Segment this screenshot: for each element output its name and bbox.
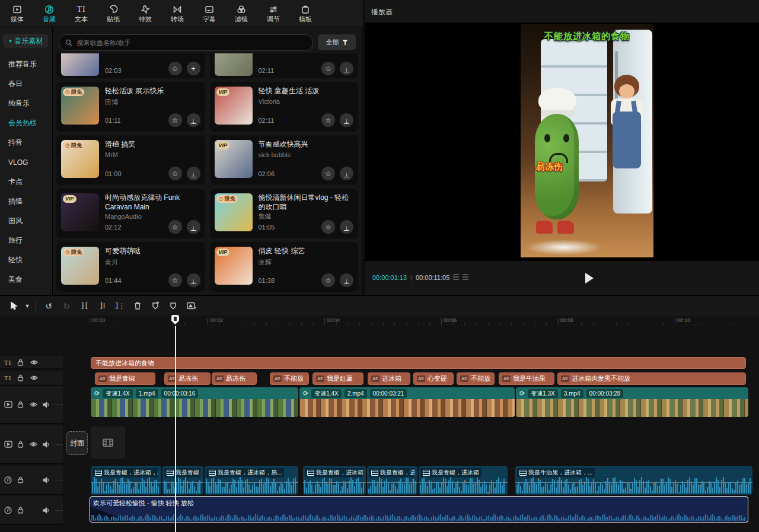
download-icon[interactable]: ↓ <box>187 273 200 287</box>
sidebar-category-item[interactable]: 会员热榜 <box>0 113 52 133</box>
timeline-ruler[interactable]: 00:00 00:02 00:04 00:06 00:08 00:10 <box>0 316 759 326</box>
music-thumbnail: 限免 <box>61 247 99 285</box>
favorite-star-icon[interactable]: ☆ <box>168 273 182 287</box>
tab-filters[interactable]: 滤镜 <box>225 2 257 26</box>
video-preview-area[interactable]: 不能放进冰箱的食物 易冻伤 <box>365 23 759 261</box>
sidebar-category-item[interactable]: 旅行 <box>0 231 52 250</box>
music-card-partial[interactable]: 02:11 ☆ ↓ <box>210 53 359 78</box>
mask-icon[interactable] <box>164 299 182 313</box>
favorite-star-icon[interactable]: ☆ <box>168 62 182 75</box>
favorite-star-icon[interactable]: ☆ <box>168 113 182 127</box>
tab-audio-label: 音频 <box>43 16 56 23</box>
player-header: 播放器 <box>365 0 759 23</box>
linked-text-icon <box>371 470 378 476</box>
voice-audio-clip[interactable]: 我是牛油果，进冰箱，... <box>515 466 752 495</box>
linked-text-icon <box>167 470 174 476</box>
voice-audio-clip[interactable]: 我是青椒，进冰箱 <box>162 466 203 495</box>
music-filter-button[interactable]: 全部 <box>318 34 356 50</box>
playhead-line[interactable] <box>175 326 176 532</box>
download-icon[interactable]: ↓ <box>187 220 200 234</box>
music-card[interactable]: 限免 轻松活泼 展示快乐 田博 01:11 ☆ ↓ <box>56 82 205 132</box>
tab-effects[interactable]: 特效 <box>129 2 161 26</box>
music-card[interactable]: VIP 节奏感欢快高兴 sick bubble 02:06 ☆ ↓ <box>210 135 359 185</box>
voice-audio-clip[interactable]: 我是青椒，进冰箱 <box>367 466 417 495</box>
music-card[interactable]: 限免 可爱萌萌哒 黄川 01:44 ☆ ↓ <box>56 242 205 292</box>
sidebar-item-music-root[interactable]: ▼ 音乐素材 <box>3 34 48 48</box>
sidebar-category-item[interactable]: 抖音 <box>0 133 52 152</box>
favorite-star-icon[interactable]: ☆ <box>321 220 335 234</box>
download-icon[interactable]: ↓ <box>340 113 353 127</box>
smart-cutout-icon[interactable] <box>182 299 200 313</box>
music-artist: 田博 <box>105 98 200 107</box>
favorite-star-icon[interactable]: ☆ <box>168 167 182 180</box>
voice-audio-clip[interactable]: 我是青椒，进冰箱，易 <box>303 466 366 495</box>
favorite-star-icon[interactable]: ☆ <box>168 220 182 234</box>
favorite-star-icon[interactable]: ☆ <box>321 113 335 127</box>
voice-audio-clip[interactable]: 我是青椒，进冰箱 <box>419 466 508 495</box>
music-card-bottom: 01:44 ☆ ↓ <box>105 273 200 287</box>
music-card-bottom: 01:05 ☆ ↓ <box>259 220 354 234</box>
tab-transition-label: 转场 <box>171 16 184 23</box>
sidebar-category-item[interactable]: 春日 <box>0 74 52 94</box>
tab-text[interactable]: TI 文本 <box>65 2 97 26</box>
favorite-star-icon[interactable]: ☆ <box>321 167 335 180</box>
freeze-frame-icon[interactable] <box>146 299 164 313</box>
download-icon[interactable]: ↓ <box>187 167 200 180</box>
music-card[interactable]: VIP 轻快 童趣生活 活泼 Victoria 02:11 ☆ ↓ <box>210 82 359 132</box>
tab-media-label: 媒体 <box>11 16 24 23</box>
music-thumbnail <box>61 53 99 76</box>
tab-sticker[interactable]: 贴纸 <box>97 2 129 26</box>
tab-transition[interactable]: 转场 <box>161 2 193 26</box>
download-icon[interactable]: ↓ <box>187 113 200 127</box>
music-card[interactable]: 限免 滑稽 搞笑 MrM 01:00 ☆ ↓ <box>56 135 205 185</box>
sidebar-category-item[interactable]: 推荐音乐 <box>0 55 52 74</box>
voice-audio-clip[interactable]: 我是青椒，进冰箱，易 <box>91 466 161 495</box>
split-icon[interactable]: ][ <box>75 299 93 313</box>
music-card[interactable]: VIP 时尚动感放克律动 Funk Caravan Main MangoAudi… <box>56 189 205 238</box>
sidebar-category-item[interactable]: 国风 <box>0 211 52 231</box>
sidebar-category-item[interactable]: 美食 <box>0 270 52 289</box>
favorite-star-icon[interactable]: ☆ <box>321 62 335 75</box>
download-icon[interactable]: ↓ <box>340 220 353 234</box>
music-card[interactable]: 限免 愉悦清新休闲日常vlog - 轻松的吹口哨 焦健 01:05 ☆ ↓ <box>210 189 359 238</box>
music-thumbnail: VIP <box>61 193 99 231</box>
music-card-info: 轻松活泼 展示快乐 田博 01:11 ☆ ↓ <box>105 87 200 127</box>
download-icon[interactable]: ↓ <box>340 273 353 287</box>
delete-left-icon[interactable]: ]Ⅰ <box>93 299 111 313</box>
tab-templates[interactable]: 模板 <box>289 2 321 26</box>
voice-audio-clip[interactable]: 我是青椒，进冰箱，易... <box>205 466 298 495</box>
music-search-input[interactable] <box>75 39 307 47</box>
music-thumbnail: 限免 <box>215 193 253 231</box>
tab-captions[interactable]: 字幕 <box>193 2 225 26</box>
music-card-partial[interactable]: 02:03 ☆ + <box>56 53 205 78</box>
favorite-star-icon[interactable]: ☆ <box>321 273 335 287</box>
sidebar-category-label: 搞怪 <box>8 196 23 206</box>
select-tool-icon[interactable] <box>5 299 23 313</box>
sidebar-category-item[interactable]: 纯音乐 <box>0 94 52 113</box>
capcut-editor-window: 媒体 音频 TI 文本 贴纸 特效 转场 <box>0 0 759 532</box>
play-button[interactable] <box>582 272 595 285</box>
delete-icon[interactable] <box>129 299 146 313</box>
video-overlay-caption: 易冻伤 <box>536 161 563 173</box>
sidebar-root-label: 音乐素材 <box>14 36 43 46</box>
display-options-icon[interactable] <box>463 274 468 281</box>
download-icon[interactable]: ↓ <box>340 62 353 75</box>
download-icon[interactable]: ↓ <box>340 167 353 180</box>
audio-waveform <box>206 476 297 493</box>
quality-options-icon[interactable] <box>453 274 459 281</box>
music-duration: 02:12 <box>105 224 122 231</box>
tab-adjust[interactable]: 调节 <box>257 2 289 26</box>
sidebar-category-item[interactable]: VLOG <box>0 152 52 172</box>
tool-dropdown-icon[interactable]: ▼ <box>23 299 32 313</box>
music-search-box[interactable] <box>59 34 313 51</box>
undo-icon[interactable]: ↺ <box>40 299 58 313</box>
sidebar-category-item[interactable]: 轻快 <box>0 250 52 270</box>
tab-media[interactable]: 媒体 <box>1 2 33 26</box>
tab-audio[interactable]: 音频 <box>33 2 65 26</box>
add-to-track-icon[interactable]: + <box>187 62 200 75</box>
music-card[interactable]: VIP 俏皮 轻快 综艺 张辉 01:38 ☆ ↓ <box>210 242 359 292</box>
sidebar-category-item[interactable]: 卡点 <box>0 172 52 192</box>
delete-right-icon[interactable]: ]⋮ <box>111 299 129 313</box>
music-audio-clip[interactable]: 欢乐可爱轻松愉悦 - 愉快 轻快 放松 <box>90 496 748 523</box>
sidebar-category-item[interactable]: 搞怪 <box>0 192 52 211</box>
